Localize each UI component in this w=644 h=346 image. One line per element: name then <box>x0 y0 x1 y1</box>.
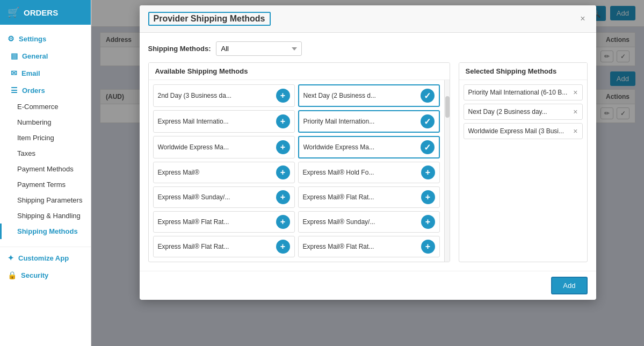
lock-icon: 🔒 <box>8 271 17 279</box>
item-label: Worldwide Express Ma... <box>303 143 417 151</box>
sidebar-item-item-pricing[interactable]: Item Pricing <box>0 130 91 146</box>
modal: Provider Shipping Methods × Shipping Met… <box>140 5 596 300</box>
shipping-methods-label: Shipping Methods: <box>148 45 211 53</box>
app-header: 🛒 ORDERS <box>0 0 91 25</box>
selected-item-label: Next Day (2 Business day... <box>468 108 571 116</box>
modal-title: Provider Shipping Methods <box>148 12 271 26</box>
sidebar-divider <box>0 247 91 247</box>
item-label: Express Mail® <box>158 169 273 176</box>
sidebar-section-email[interactable]: ✉ Email <box>0 64 91 82</box>
available-item-col2-5: Express Mail® Sunday/... + <box>298 211 440 233</box>
item-label: Express Mail® Hold Fo... <box>303 169 418 176</box>
selected-item-1: Next Day (2 Business day... × <box>464 104 583 120</box>
item-label: Express Mail® Flat Rat... <box>303 193 418 201</box>
app-title: ORDERS <box>24 8 58 17</box>
orders-nav-icon: ☰ <box>11 86 18 95</box>
sidebar-section-settings[interactable]: ⚙ Settings <box>0 30 91 47</box>
add-item-btn[interactable]: + <box>276 165 290 179</box>
available-item-col2-2: Worldwide Express Ma... ✓ <box>298 136 440 158</box>
add-item-btn[interactable]: + <box>276 240 290 254</box>
item-label: Express Mail® Flat Rat... <box>158 218 273 226</box>
sidebar: 🛒 ORDERS ⚙ Settings ▤ General ✉ Email ☰ … <box>0 0 91 346</box>
sidebar-item-ecommerce[interactable]: E-Commerce <box>0 99 91 114</box>
available-header: Available Shipping Methods <box>149 63 450 80</box>
remove-selected-item-2[interactable]: × <box>573 127 577 135</box>
item-label: Express Mail® Sunday/... <box>303 218 418 226</box>
available-item-col2-4: Express Mail® Flat Rat... + <box>298 186 440 208</box>
selected-item-0: Priority Mail International (6-10 B... × <box>464 84 583 100</box>
modal-close-button[interactable]: × <box>578 14 587 24</box>
orders-label: Orders <box>22 86 45 95</box>
item-label: Priority Mail Internation... <box>303 118 417 125</box>
add-item-btn[interactable]: + <box>421 165 435 179</box>
add-item-btn[interactable]: + <box>276 114 290 128</box>
customize-icon: ✦ <box>8 254 14 262</box>
filter-row: Shipping Methods: All USPS UPS FedEx <box>148 41 588 56</box>
available-body: 2nd Day (3 Business da... + Next Day (2 … <box>149 80 444 262</box>
available-item-col1-2: Worldwide Express Ma... + <box>153 136 295 158</box>
available-item-col2-3: Express Mail® Hold Fo... + <box>298 162 440 183</box>
available-grid: 2nd Day (3 Business da... + Next Day (2 … <box>153 84 440 257</box>
sidebar-item-security[interactable]: 🔒 Security <box>0 266 91 284</box>
selected-item-2: Worldwide Express Mail (3 Busi... × <box>464 123 583 139</box>
modal-footer: Add <box>140 271 596 300</box>
gear-icon: ⚙ <box>8 34 15 43</box>
sidebar-item-shipping-parameters[interactable]: Shipping Parameters <box>0 192 91 208</box>
selected-header: Selected Shipping Methods <box>459 63 587 80</box>
scrollbar[interactable] <box>444 80 450 262</box>
remove-selected-item-0[interactable]: × <box>573 88 577 97</box>
general-label: General <box>22 52 48 60</box>
customize-label: Customize App <box>18 254 69 262</box>
add-item-btn[interactable]: + <box>276 190 290 204</box>
modal-body: Shipping Methods: All USPS UPS FedEx Ava… <box>140 33 596 271</box>
item-label: Express Mail® Flat Rat... <box>303 243 418 250</box>
available-item-col2-0: Next Day (2 Business d... ✓ <box>298 84 440 107</box>
shipping-methods-filter[interactable]: All USPS UPS FedEx <box>216 41 302 56</box>
settings-label: Settings <box>19 35 46 43</box>
check-item-btn[interactable]: ✓ <box>421 140 435 154</box>
available-item-col1-3: Express Mail® + <box>153 162 295 183</box>
add-item-btn[interactable]: + <box>276 215 290 229</box>
sidebar-item-payment-terms[interactable]: Payment Terms <box>0 177 91 192</box>
check-item-btn[interactable]: ✓ <box>421 89 435 103</box>
available-item-col1-1: Express Mail Internatio... + <box>153 110 295 133</box>
sidebar-section-general[interactable]: ▤ General <box>0 47 91 64</box>
shipping-columns: Available Shipping Methods 2nd Day (3 Bu… <box>148 62 588 262</box>
sidebar-item-numbering[interactable]: Numbering <box>0 114 91 130</box>
available-item-col2-1: Priority Mail Internation... ✓ <box>298 110 440 133</box>
available-item-col1-0: 2nd Day (3 Business da... + <box>153 84 295 107</box>
item-label: Express Mail Internatio... <box>158 118 273 125</box>
available-item-col1-4: Express Mail® Sunday/... + <box>153 186 295 208</box>
modal-overlay: Provider Shipping Methods × Shipping Met… <box>91 0 644 346</box>
sidebar-item-customize[interactable]: ✦ Customize App <box>0 249 91 266</box>
item-label: Next Day (2 Business d... <box>303 92 417 99</box>
sidebar-item-shipping-methods[interactable]: Shipping Methods <box>0 224 91 239</box>
item-label: Worldwide Express Ma... <box>158 143 273 151</box>
available-item-col1-5: Express Mail® Flat Rat... + <box>153 211 295 233</box>
available-item-col1-6: Express Mail® Flat Rat... + <box>153 236 295 257</box>
sidebar-section-orders[interactable]: ☰ Orders <box>0 82 91 99</box>
email-icon: ✉ <box>11 69 17 77</box>
add-item-btn[interactable]: + <box>421 190 435 204</box>
modal-add-button[interactable]: Add <box>551 277 587 294</box>
sidebar-item-shipping-handling[interactable]: Shipping & Handling <box>0 208 91 224</box>
selected-item-label: Priority Mail International (6-10 B... <box>468 89 571 96</box>
modal-header: Provider Shipping Methods × <box>140 5 596 33</box>
available-item-col2-6: Express Mail® Flat Rat... + <box>298 236 440 257</box>
add-item-btn[interactable]: + <box>421 215 435 229</box>
item-label: 2nd Day (3 Business da... <box>158 92 273 99</box>
add-item-btn[interactable]: + <box>421 240 435 254</box>
add-item-btn[interactable]: + <box>276 140 290 154</box>
check-item-btn[interactable]: ✓ <box>421 114 435 128</box>
selected-body: Priority Mail International (6-10 B... ×… <box>459 80 587 262</box>
scrollbar-thumb[interactable] <box>445 96 450 118</box>
available-shipping-methods: Available Shipping Methods 2nd Day (3 Bu… <box>148 62 450 262</box>
security-label: Security <box>21 271 48 279</box>
remove-selected-item-1[interactable]: × <box>573 107 577 116</box>
sidebar-item-taxes[interactable]: Taxes <box>0 146 91 161</box>
item-label: Express Mail® Sunday/... <box>158 193 273 201</box>
orders-icon: 🛒 <box>8 6 19 18</box>
main-content: All 🔍 Add Address Actions ✏ ✓ Add (AUD) … <box>91 0 644 346</box>
add-item-btn[interactable]: + <box>276 89 290 103</box>
sidebar-item-payment-methods[interactable]: Payment Methods <box>0 161 91 177</box>
